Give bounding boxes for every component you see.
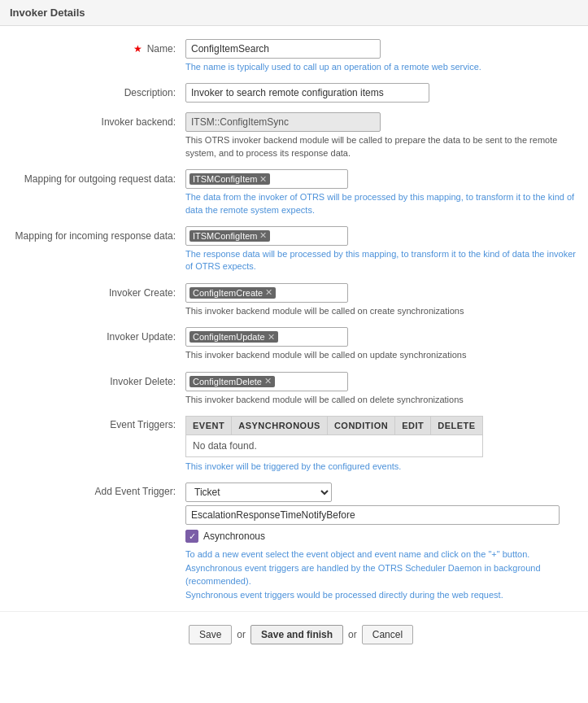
description-content xyxy=(185,83,581,103)
add-event-autocomplete[interactable] xyxy=(185,505,560,525)
description-row: Description: xyxy=(0,83,588,103)
invoker-backend-content: This OTRS invoker backend module will be… xyxy=(185,112,581,159)
mapping-outgoing-tag-input[interactable]: ITSMConfigItem ✕ xyxy=(185,169,348,189)
invoker-update-content: ConfigItemUpdate ✕ This invoker backend … xyxy=(185,327,581,361)
add-event-content: Ticket ✓ Asynchronous To add a new event… xyxy=(185,482,581,601)
hint-line-1: To add a new event select the event obje… xyxy=(185,548,576,561)
invoker-create-content: ConfigItemCreate ✕ This invoker backend … xyxy=(185,283,581,317)
event-triggers-label: Event Triggers: xyxy=(7,416,185,430)
invoker-delete-tag: ConfigItemDelete ✕ xyxy=(189,376,275,387)
add-event-dropdown[interactable]: Ticket xyxy=(185,482,332,502)
col-delete: DELETE xyxy=(431,416,482,434)
or-text-2: or xyxy=(348,629,357,640)
save-button[interactable]: Save xyxy=(189,625,232,644)
required-star: ★ xyxy=(133,43,142,55)
invoker-create-row: Invoker Create: ConfigItemCreate ✕ This … xyxy=(0,283,588,317)
hint-line-3: Synchronous event triggers would be proc… xyxy=(185,588,576,602)
asynchronous-checkbox[interactable]: ✓ xyxy=(185,530,198,543)
invoker-create-label: Invoker Create: xyxy=(7,283,185,300)
invoker-backend-row: Invoker backend: This OTRS invoker backe… xyxy=(0,112,588,159)
col-edit: EDIT xyxy=(395,416,431,434)
invoker-delete-tag-remove[interactable]: ✕ xyxy=(264,377,272,386)
checkbox-row: ✓ Asynchronous xyxy=(185,530,581,543)
invoker-update-tag-remove[interactable]: ✕ xyxy=(268,333,275,342)
invoker-backend-label: Invoker backend: xyxy=(7,112,185,129)
mapping-outgoing-label: Mapping for outgoing request data: xyxy=(7,169,185,186)
mapping-outgoing-row: Mapping for outgoing request data: ITSMC… xyxy=(0,169,588,216)
name-label: ★ Name: xyxy=(7,39,185,56)
name-input[interactable] xyxy=(185,39,381,59)
invoker-delete-content: ConfigItemDelete ✕ This invoker backend … xyxy=(185,372,581,406)
no-data-cell: No data found. xyxy=(186,434,483,456)
name-row: ★ Name: The name is typically used to ca… xyxy=(0,39,588,73)
mapping-outgoing-content: ITSMConfigItem ✕ The data from the invok… xyxy=(185,169,581,216)
col-async: ASYNCHRONOUS xyxy=(232,416,328,434)
asynchronous-label: Asynchronous xyxy=(203,531,265,542)
invoker-update-note: This invoker backend module will be call… xyxy=(185,349,576,361)
event-table: EVENT ASYNCHRONOUS CONDITION EDIT DELETE… xyxy=(185,416,483,457)
description-input[interactable] xyxy=(185,83,429,103)
invoker-update-label: Invoker Update: xyxy=(7,327,185,344)
mapping-incoming-label: Mapping for incoming response data: xyxy=(7,226,185,243)
table-row: No data found. xyxy=(186,434,483,456)
invoker-create-tag-input[interactable]: ConfigItemCreate ✕ xyxy=(185,283,348,303)
invoker-update-tag: ConfigItemUpdate ✕ xyxy=(189,331,278,343)
add-event-trigger-row: Add Event Trigger: Ticket ✓ Asynchronous… xyxy=(0,482,588,601)
description-label: Description: xyxy=(7,83,185,100)
add-event-label: Add Event Trigger: xyxy=(7,482,185,497)
mapping-incoming-row: Mapping for incoming response data: ITSM… xyxy=(0,226,588,273)
mapping-incoming-tag-input[interactable]: ITSMConfigItem ✕ xyxy=(185,226,348,246)
mapping-outgoing-hint: The data from the invoker of OTRS will b… xyxy=(185,191,576,216)
checkmark-icon: ✓ xyxy=(189,532,196,541)
cancel-button[interactable]: Cancel xyxy=(362,625,413,644)
invoker-update-row: Invoker Update: ConfigItemUpdate ✕ This … xyxy=(0,327,588,361)
mapping-incoming-tag-remove[interactable]: ✕ xyxy=(259,231,267,240)
mapping-incoming-tag: ITSMConfigItem ✕ xyxy=(189,230,270,242)
invoker-delete-note: This invoker backend module will be call… xyxy=(185,394,576,406)
col-condition: CONDITION xyxy=(327,416,394,434)
event-table-header-row: EVENT ASYNCHRONOUS CONDITION EDIT DELETE xyxy=(186,416,483,434)
mapping-outgoing-tag-remove[interactable]: ✕ xyxy=(259,175,267,184)
name-content: The name is typically used to call up an… xyxy=(185,39,581,73)
save-finish-button[interactable]: Save and finish xyxy=(250,625,343,644)
invoker-create-note: This invoker backend module will be call… xyxy=(185,305,576,317)
page-title: Invoker Details xyxy=(0,0,588,26)
invoker-backend-note: This OTRS invoker backend module will be… xyxy=(185,134,576,159)
invoker-create-tag-remove[interactable]: ✕ xyxy=(265,288,272,297)
invoker-delete-row: Invoker Delete: ConfigItemDelete ✕ This … xyxy=(0,372,588,406)
invoker-delete-tag-input[interactable]: ConfigItemDelete ✕ xyxy=(185,372,348,391)
event-table-wrap: EVENT ASYNCHRONOUS CONDITION EDIT DELETE… xyxy=(185,416,581,473)
or-text-1: or xyxy=(237,629,246,640)
col-event: EVENT xyxy=(186,416,232,434)
event-trigger-hint: This invoker will be triggered by the co… xyxy=(185,461,576,473)
footer-buttons: Save or Save and finish or Cancel xyxy=(0,611,588,657)
event-triggers-section: Event Triggers: EVENT ASYNCHRONOUS CONDI… xyxy=(0,416,588,473)
invoker-delete-label: Invoker Delete: xyxy=(7,372,185,389)
name-hint: The name is typically used to call up an… xyxy=(185,61,576,73)
invoker-create-tag: ConfigItemCreate ✕ xyxy=(189,287,276,299)
mapping-incoming-content: ITSMConfigItem ✕ The response data will … xyxy=(185,226,581,273)
mapping-incoming-hint: The response data will be processed by t… xyxy=(185,248,576,273)
add-event-hints: To add a new event select the event obje… xyxy=(185,548,576,601)
hint-line-2: Asynchronous event triggers are handled … xyxy=(185,561,576,588)
invoker-backend-input xyxy=(185,112,381,132)
mapping-outgoing-tag: ITSMConfigItem ✕ xyxy=(189,173,270,185)
invoker-update-tag-input[interactable]: ConfigItemUpdate ✕ xyxy=(185,327,348,347)
